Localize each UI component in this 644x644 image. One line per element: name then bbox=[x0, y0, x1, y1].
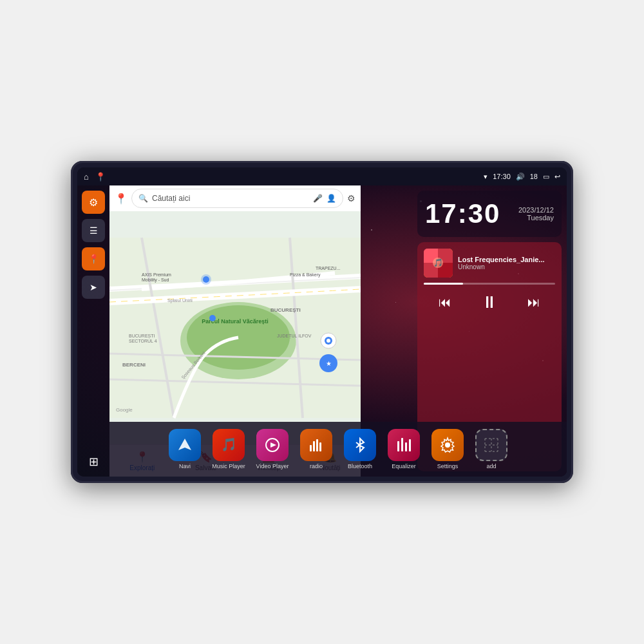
equalizer-label: Equalizer bbox=[392, 463, 416, 469]
svg-rect-52 bbox=[409, 440, 411, 451]
mic-icon[interactable]: 🎤 bbox=[313, 194, 323, 203]
clock-date: 2023/12/12 Tuesday bbox=[518, 206, 554, 222]
main-area: ⚙ ☰ 📍 ➤ ⊞ 📍 bbox=[77, 185, 567, 477]
svg-text:Google: Google bbox=[116, 407, 133, 413]
sidebar-settings-button[interactable]: ⚙ bbox=[82, 191, 105, 214]
radio-icon bbox=[300, 429, 332, 461]
clock-widget: 17:30 2023/12/12 Tuesday bbox=[417, 191, 562, 237]
prev-track-button[interactable]: ⏮ bbox=[436, 292, 454, 312]
account-icon[interactable]: 👤 bbox=[327, 194, 336, 203]
music-progress-fill bbox=[424, 283, 463, 285]
app-bluetooth[interactable]: Bluetooth bbox=[340, 429, 380, 469]
svg-rect-53 bbox=[409, 439, 411, 442]
svg-rect-42 bbox=[316, 439, 318, 451]
app-grid: Navi 🎵 Music Player bbox=[109, 422, 567, 477]
app-music-player[interactable]: 🎵 Music Player bbox=[209, 429, 249, 469]
svg-rect-40 bbox=[310, 445, 312, 451]
music-player-icon: 🎵 bbox=[213, 429, 245, 461]
app-video-player[interactable]: Video Player bbox=[252, 429, 292, 469]
app-settings[interactable]: Settings bbox=[428, 429, 468, 469]
settings-icon: ⚙ bbox=[89, 196, 98, 209]
music-progress-bar[interactable] bbox=[424, 283, 555, 285]
add-label: add bbox=[486, 463, 496, 469]
video-player-label: Video Player bbox=[256, 463, 289, 469]
svg-point-10 bbox=[201, 274, 211, 285]
sidebar-navigate-button[interactable]: ➤ bbox=[82, 276, 105, 299]
svg-text:★: ★ bbox=[326, 360, 332, 367]
bluetooth-label: Bluetooth bbox=[348, 463, 372, 469]
album-art: 🎵 bbox=[424, 249, 453, 278]
app-radio[interactable]: radio bbox=[296, 429, 336, 469]
svg-rect-46 bbox=[397, 442, 399, 451]
settings-map-icon[interactable]: ⚙ bbox=[347, 193, 355, 204]
battery-icon: ▭ bbox=[543, 173, 549, 181]
svg-text:JUDEȚUL ILFOV: JUDEȚUL ILFOV bbox=[277, 334, 312, 339]
music-artist: Unknown bbox=[458, 263, 555, 270]
map-search-bar[interactable]: 🔍 Căutați aici 🎤 👤 bbox=[131, 189, 343, 208]
volume-icon: 🔊 bbox=[516, 173, 525, 181]
svg-text:BERCENI: BERCENI bbox=[122, 362, 146, 368]
app-equalizer[interactable]: Equalizer bbox=[384, 429, 424, 469]
google-maps-icon: 📍 bbox=[115, 193, 128, 205]
svg-rect-51 bbox=[405, 442, 407, 445]
svg-rect-47 bbox=[397, 441, 399, 444]
status-left: ⌂ 📍 bbox=[84, 172, 106, 182]
home-icon[interactable]: ⌂ bbox=[84, 172, 89, 182]
music-title: Lost Frequencies_Janie... bbox=[458, 256, 555, 263]
svg-rect-48 bbox=[401, 439, 403, 451]
search-placeholder: Căutați aici bbox=[152, 194, 309, 203]
files-icon: ☰ bbox=[90, 225, 98, 236]
music-controls: ⏮ ⏸ ⏭ bbox=[424, 290, 555, 315]
app-add[interactable]: add bbox=[471, 429, 511, 469]
map-svg: ★ Parcul Natural Văcărești AXIS Premium bbox=[109, 211, 361, 444]
svg-point-54 bbox=[445, 442, 450, 448]
back-icon[interactable]: ↩ bbox=[554, 173, 560, 181]
equalizer-icon bbox=[388, 429, 420, 461]
navigate-icon: ➤ bbox=[90, 282, 97, 292]
svg-text:Splaiul Unirii: Splaiul Unirii bbox=[167, 298, 193, 303]
battery-level: 18 bbox=[530, 173, 538, 180]
add-icon bbox=[475, 429, 507, 461]
device-screen: ⌂ 📍 ▾ 17:30 🔊 18 ▭ ↩ bbox=[77, 167, 567, 477]
svg-text:SECTORUL 4: SECTORUL 4 bbox=[129, 339, 157, 343]
wifi-icon: ▾ bbox=[484, 173, 488, 181]
sidebar-maps-button[interactable]: 📍 bbox=[82, 247, 105, 270]
map-area[interactable]: ★ Parcul Natural Văcărești AXIS Premium bbox=[109, 211, 361, 444]
radio-label: radio bbox=[310, 463, 323, 469]
svg-rect-41 bbox=[313, 441, 315, 451]
svg-text:Mobility - Sud: Mobility - Sud bbox=[142, 278, 169, 283]
bluetooth-icon bbox=[344, 429, 376, 461]
next-track-button[interactable]: ⏭ bbox=[525, 292, 543, 312]
svg-marker-39 bbox=[270, 442, 276, 448]
date-text: 2023/12/12 bbox=[518, 206, 554, 214]
status-right: ▾ 17:30 🔊 18 ▭ ↩ bbox=[484, 173, 560, 181]
svg-rect-43 bbox=[319, 442, 321, 451]
settings-app-label: Settings bbox=[437, 463, 459, 469]
svg-text:BUCUREȘTI: BUCUREȘTI bbox=[129, 334, 155, 339]
svg-text:🎵: 🎵 bbox=[221, 437, 237, 452]
svg-point-18 bbox=[209, 315, 216, 321]
music-info: 🎵 Lost Frequencies_Janie... Unknown bbox=[424, 249, 555, 278]
svg-text:🎵: 🎵 bbox=[433, 258, 443, 267]
app-navi[interactable]: Navi bbox=[165, 429, 205, 469]
map-pin-icon: 📍 bbox=[88, 254, 99, 264]
search-icon: 🔍 bbox=[138, 194, 148, 203]
sidebar-files-button[interactable]: ☰ bbox=[82, 219, 105, 242]
svg-rect-49 bbox=[401, 438, 403, 440]
day-text: Tuesday bbox=[527, 214, 554, 222]
svg-text:AXIS Premium: AXIS Premium bbox=[142, 272, 171, 277]
left-sidebar: ⚙ ☰ 📍 ➤ ⊞ bbox=[77, 185, 109, 477]
maps-status-icon[interactable]: 📍 bbox=[95, 172, 106, 182]
pause-button[interactable]: ⏸ bbox=[478, 290, 500, 315]
settings-app-icon bbox=[431, 429, 464, 461]
svg-marker-36 bbox=[178, 439, 191, 450]
app-grid-button[interactable]: ⊞ bbox=[86, 452, 101, 471]
svg-text:Pizza & Bakery: Pizza & Bakery bbox=[290, 272, 321, 278]
svg-point-15 bbox=[327, 339, 330, 343]
map-toolbar: 📍 🔍 Căutați aici 🎤 👤 ⚙ bbox=[109, 185, 361, 211]
music-player-label: Music Player bbox=[212, 463, 245, 469]
navi-label: Navi bbox=[179, 463, 191, 469]
video-player-icon bbox=[256, 429, 289, 461]
music-details: Lost Frequencies_Janie... Unknown bbox=[458, 256, 555, 270]
svg-text:BUCUREȘTI: BUCUREȘTI bbox=[270, 307, 301, 313]
